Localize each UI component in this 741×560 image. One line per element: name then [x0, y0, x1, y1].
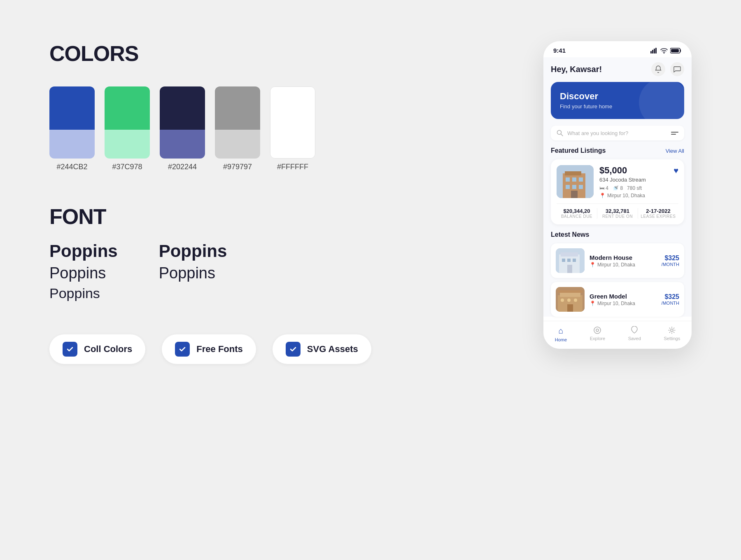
price-value: $5,000: [599, 165, 627, 176]
stat-rent: 32,32,781 RENT DUE ON: [597, 208, 638, 219]
colors-row: #244CB2 #37C978 #202244: [49, 86, 519, 171]
swatch-dark: [160, 86, 205, 159]
listing-stats: $20,344,20 BALANCE DUE 32,32,781 RENT DU…: [557, 203, 678, 219]
svg-rect-30: [561, 299, 564, 302]
font-col-1: Poppins Poppins Poppins: [49, 241, 118, 301]
building-illustration: [557, 165, 594, 198]
badge-fonts-label: Free Fonts: [196, 344, 242, 355]
listing-card[interactable]: $5,000 ♥ 634 Jocoda Stream 🛏 4 🚿 8 780 s…: [551, 159, 684, 224]
left-panel: COLORS #244CB2 #37C978: [49, 41, 519, 364]
nav-explore[interactable]: Explore: [590, 326, 605, 342]
listing-meta: 🛏 4 🚿 8 780 sft: [599, 185, 678, 191]
color-swatch-gray: #979797: [215, 86, 260, 171]
font-section: FONT Poppins Poppins Poppins Poppins Pop…: [49, 204, 519, 301]
modern-house-img: [556, 248, 585, 273]
svg-point-36: [671, 329, 673, 331]
wifi-icon: [660, 48, 668, 54]
listing-info: $5,000 ♥ 634 Jocoda Stream 🛏 4 🚿 8 780 s…: [599, 165, 678, 198]
news-info-1: Modern House 📍 Mirpur 10, Dhaka: [590, 254, 657, 268]
news-title-2: Green Model: [590, 293, 657, 300]
rent-value: 32,32,781: [597, 208, 638, 214]
svg-line-8: [561, 134, 563, 136]
listing-location: 📍 Mirpur 10, Dhaka: [599, 193, 678, 198]
news-loc-text-1: Mirpur 10, Dhaka: [597, 262, 635, 268]
nav-home[interactable]: ⌂ Home: [555, 326, 567, 342]
svg-rect-16: [572, 185, 576, 189]
news-item-1[interactable]: Modern House 📍 Mirpur 10, Dhaka $325 /MO…: [551, 243, 684, 278]
swatch-blue: [49, 86, 95, 159]
status-time: 9:41: [553, 47, 566, 54]
badge-coll-colors[interactable]: Coll Colors: [49, 334, 145, 364]
news-price-2: $325 /MONTH: [662, 293, 679, 306]
swatch-gray: [215, 86, 260, 159]
news-loc-text-2: Mirpur 10, Dhaka: [597, 301, 635, 306]
swatch-green: [105, 86, 150, 159]
discover-title: Discover: [560, 91, 675, 102]
svg-rect-32: [574, 299, 577, 302]
news-pin-icon-2: 📍: [590, 301, 596, 306]
filter-button[interactable]: [671, 132, 678, 135]
explore-icon: [593, 326, 601, 334]
check-icon-coll: [63, 342, 77, 357]
settings-icon: [668, 326, 676, 334]
bottom-nav: ⌂ Home Explore Saved: [543, 321, 692, 349]
news-image-2: [556, 287, 585, 312]
rent-label: RENT DUE ON: [597, 214, 638, 219]
home-icon: ⌂: [558, 326, 563, 336]
news-info-2: Green Model 📍 Mirpur 10, Dhaka: [590, 293, 657, 306]
green-model-img: [556, 287, 585, 312]
svg-rect-15: [566, 185, 570, 189]
battery-icon: [670, 48, 682, 54]
svg-rect-25: [567, 265, 572, 273]
stat-balance: $20,344,20 BALANCE DUE: [557, 208, 597, 219]
listing-top: $5,000 ♥ 634 Jocoda Stream 🛏 4 🚿 8 780 s…: [557, 165, 678, 198]
news-item-2[interactable]: Green Model 📍 Mirpur 10, Dhaka $325 /MON…: [551, 282, 684, 317]
svg-rect-22: [562, 259, 565, 262]
nav-saved-label: Saved: [628, 336, 641, 341]
discover-banner: Discover Find your future home: [551, 82, 684, 119]
view-all-button[interactable]: View All: [666, 148, 684, 154]
badge-svg-assets[interactable]: SVG Assets: [273, 334, 371, 364]
svg-rect-13: [572, 177, 576, 182]
colors-section: COLORS #244CB2 #37C978: [49, 41, 519, 175]
search-bar[interactable]: What are you looking for?: [551, 126, 684, 140]
svg-rect-31: [567, 299, 571, 302]
font-light-1: Poppins: [49, 285, 118, 301]
bell-icon: [655, 65, 662, 73]
listing-image: [557, 165, 594, 198]
notification-button[interactable]: [651, 62, 665, 76]
swatch-top-gray: [215, 86, 260, 130]
swatch-top-blue: [49, 86, 95, 130]
page-container: COLORS #244CB2 #37C978: [0, 0, 741, 560]
message-button[interactable]: [670, 62, 684, 76]
nav-explore-label: Explore: [590, 336, 605, 341]
news-image-1: [556, 248, 585, 273]
svg-rect-17: [579, 185, 583, 189]
font-title: FONT: [49, 204, 519, 229]
svg-rect-12: [566, 177, 570, 182]
location-text: Mirpur 10, Dhaka: [607, 193, 645, 198]
sqft-value: 780 sft: [627, 185, 642, 191]
colors-title: COLORS: [49, 41, 519, 66]
svg-rect-6: [671, 49, 679, 52]
nav-settings[interactable]: Settings: [664, 326, 680, 342]
svg-point-35: [596, 329, 599, 331]
nav-saved[interactable]: Saved: [628, 326, 641, 342]
phone-header: Hey, Kawsar!: [551, 57, 684, 82]
status-bar: 9:41: [543, 41, 692, 57]
listing-name: 634 Jocoda Stream: [599, 177, 678, 183]
message-icon: [673, 66, 681, 72]
color-swatch-white: #FFFFFF: [270, 86, 315, 171]
svg-rect-11: [565, 171, 581, 175]
badge-free-fonts[interactable]: Free Fonts: [162, 334, 256, 364]
font-bold-1: Poppins: [49, 241, 118, 261]
search-placeholder: What are you looking for?: [567, 130, 667, 136]
favorite-icon[interactable]: ♥: [673, 166, 678, 175]
stat-lease: 2-17-2022 LEASE EXPIRES: [638, 208, 678, 219]
lease-label: LEASE EXPIRES: [638, 214, 678, 219]
font-examples: Poppins Poppins Poppins Poppins Poppins: [49, 241, 519, 301]
news-price-sub-1: /MONTH: [662, 262, 679, 267]
beds-count: 🛏 4: [599, 185, 608, 191]
discover-subtitle: Find your future home: [560, 103, 675, 110]
svg-rect-3: [655, 48, 657, 54]
